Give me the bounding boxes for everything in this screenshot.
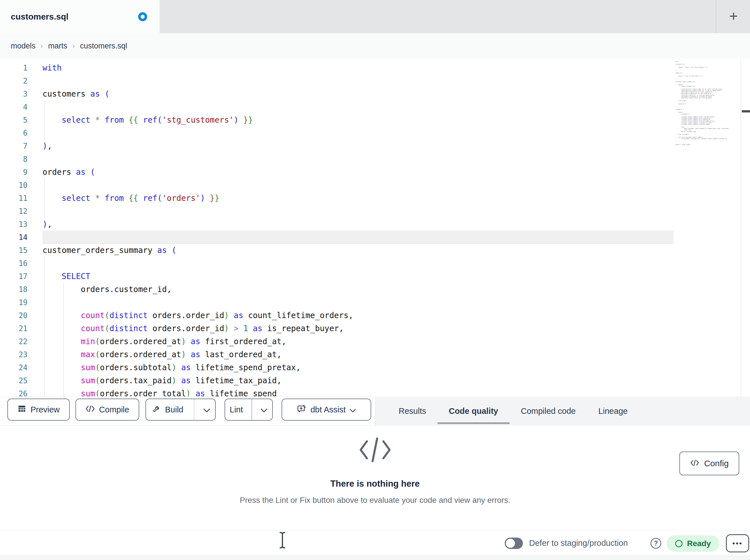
build-button-label: Build <box>165 405 183 414</box>
empty-state-title: There is nothing here <box>330 479 420 489</box>
status-ring-icon <box>675 540 683 547</box>
ide-status-badge[interactable]: Ready <box>667 535 719 552</box>
code-line[interactable]: 23 max(orders.ordered_at) as last_ordere… <box>0 348 353 361</box>
code-line[interactable]: 12 <box>0 205 353 218</box>
line-number: 17 <box>0 270 27 283</box>
minimap-divider <box>741 59 741 397</box>
breadcrumb-item[interactable]: marts <box>48 42 67 50</box>
chat-sparkle-icon <box>297 404 307 416</box>
lint-button[interactable]: Lint <box>225 399 248 420</box>
code-brackets-icon <box>358 437 392 464</box>
editor-tab-customers[interactable]: customers.sql <box>0 0 160 33</box>
line-number: 12 <box>0 205 27 218</box>
code-line[interactable]: 1with <box>0 61 353 75</box>
line-number: 4 <box>0 101 27 113</box>
code-line[interactable]: 16 <box>0 257 353 270</box>
breadcrumb-separator: › <box>72 42 75 50</box>
line-number: 7 <box>0 140 27 153</box>
code-line[interactable]: 9orders as ( <box>0 166 353 179</box>
lint-dropdown-button[interactable] <box>256 399 273 420</box>
dbt-assist-button[interactable]: dbt Assist <box>281 398 371 421</box>
build-dropdown-button[interactable] <box>198 399 215 420</box>
help-icon[interactable]: ? <box>650 538 661 549</box>
code-line[interactable]: 21 count(distinct orders.order_id) > 1 a… <box>0 322 353 335</box>
tab-results[interactable]: Results <box>387 397 437 425</box>
empty-state-subtitle: Press the Lint or Fix button above to ev… <box>240 496 510 505</box>
line-number: 1 <box>0 61 27 75</box>
line-number: 21 <box>0 322 27 335</box>
compile-button-label: Compile <box>99 405 129 414</box>
more-options-button[interactable]: ••• <box>726 534 749 552</box>
code-line[interactable]: 5 select * from {{ ref('stg_customers') … <box>0 113 353 127</box>
code-icon <box>85 405 95 414</box>
tab-lineage[interactable]: Lineage <box>587 397 639 425</box>
code-lines: 1with23customers as (45 select * from {{… <box>0 61 353 397</box>
code-line[interactable]: 13), <box>0 218 353 231</box>
breadcrumb-item[interactable]: models <box>11 42 36 50</box>
wrench-icon <box>153 405 161 415</box>
split-divider <box>252 399 252 420</box>
line-number: 23 <box>0 348 27 361</box>
tab-code-quality[interactable]: Code quality <box>437 397 510 425</box>
code-line[interactable]: 6 <box>0 127 353 140</box>
line-number: 15 <box>0 244 27 257</box>
code-line[interactable]: 8 <box>0 153 353 166</box>
breadcrumb-item[interactable]: customers.sql <box>80 42 127 50</box>
code-line[interactable]: 19 <box>0 296 353 309</box>
code-line[interactable]: 2 <box>0 75 353 87</box>
code-line[interactable]: 24 sum(orders.subtotal) as lifetime_spen… <box>0 361 353 374</box>
line-number: 9 <box>0 166 27 179</box>
preview-button-label: Preview <box>30 405 60 414</box>
editor-tab-bar: customers.sql + <box>0 0 750 33</box>
code-line[interactable]: 20 count(distinct orders.order_id) as co… <box>0 309 353 322</box>
code-line[interactable]: 4 <box>0 101 353 113</box>
build-split-button: Build <box>145 398 216 421</box>
code-line[interactable]: 25 sum(orders.tax_paid) as lifetime_tax_… <box>0 374 353 387</box>
line-number: 20 <box>0 309 27 322</box>
split-divider <box>194 399 195 420</box>
new-tab-button[interactable]: + <box>724 6 744 26</box>
results-tabs-zone: ResultsCode qualityCompiled codeLineage <box>375 397 750 425</box>
defer-label: Defer to staging/production <box>529 531 628 556</box>
code-line[interactable]: 3customers as ( <box>0 87 353 101</box>
line-number: 11 <box>0 192 27 205</box>
code-editor[interactable]: 1with23customers as (45 select * from {{… <box>0 59 750 397</box>
dbt-assist-button-label: dbt Assist <box>311 405 346 414</box>
code-line[interactable]: 18 orders.customer_id, <box>0 283 353 296</box>
chevron-down-icon <box>261 405 268 414</box>
preview-button[interactable]: Preview <box>7 398 70 421</box>
bottom-strip <box>0 555 750 560</box>
code-line[interactable]: 10 <box>0 179 353 192</box>
code-line[interactable]: 7), <box>0 140 353 153</box>
config-button[interactable]: Config <box>679 452 739 475</box>
line-number: 2 <box>0 75 27 87</box>
text-cursor-pointer <box>277 532 288 550</box>
breadcrumb: models›marts›customers.sql <box>11 33 127 59</box>
editor-minimap[interactable]: with customers as ( select * from {{ ref… <box>675 61 739 194</box>
code-line[interactable]: 15customer_orders_summary as ( <box>0 244 353 257</box>
line-number: 18 <box>0 283 27 296</box>
code-line[interactable]: 17 SELECT <box>0 270 353 283</box>
tab-compiled-code[interactable]: Compiled code <box>510 397 587 425</box>
unsaved-changes-icon <box>138 12 147 21</box>
build-button[interactable]: Build <box>146 399 190 420</box>
lint-button-label: Lint <box>230 405 243 414</box>
line-number: 24 <box>0 361 27 374</box>
line-number: 26 <box>0 387 27 397</box>
chevron-down-icon <box>350 405 356 414</box>
code-line[interactable]: 11 select * from {{ ref('orders') }} <box>0 192 353 205</box>
line-number: 8 <box>0 153 27 166</box>
code-line[interactable]: 14 <box>0 231 353 244</box>
line-number: 16 <box>0 257 27 270</box>
minimap-code: with customers as ( select * from {{ ref… <box>675 61 739 145</box>
defer-toggle[interactable] <box>505 538 523 549</box>
line-number: 5 <box>0 113 27 127</box>
compile-button[interactable]: Compile <box>75 398 139 421</box>
line-number: 13 <box>0 218 27 231</box>
lint-split-button: Lint <box>224 398 273 421</box>
line-number: 10 <box>0 179 27 192</box>
code-line[interactable]: 22 min(orders.ordered_at) as first_order… <box>0 335 353 348</box>
code-line[interactable]: 26 sum(orders.order_total) as lifetime_s… <box>0 387 353 397</box>
scrollbar-cursor-mark[interactable] <box>742 110 750 112</box>
breadcrumb-separator: › <box>41 42 43 50</box>
